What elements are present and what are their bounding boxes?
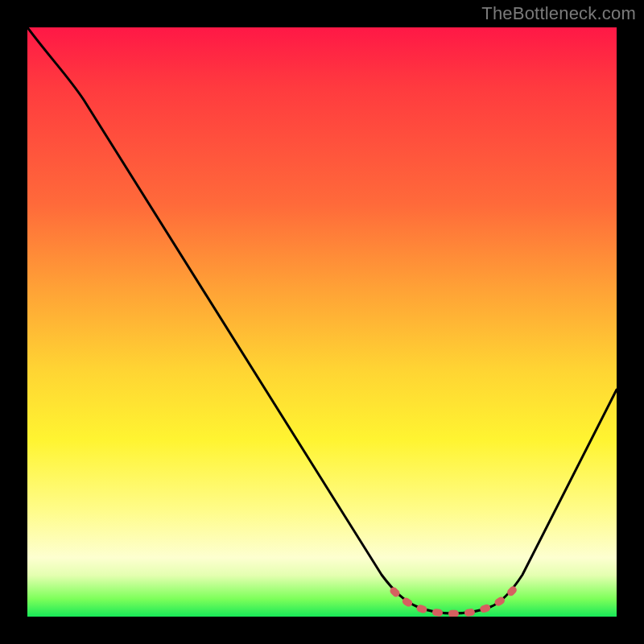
watermark-text: TheBottleneck.com bbox=[481, 3, 636, 24]
bottleneck-curve bbox=[27, 27, 617, 617]
curve-path bbox=[27, 27, 617, 613]
chart-frame: TheBottleneck.com bbox=[0, 0, 644, 644]
highlight-segment bbox=[394, 588, 514, 613]
plot-area bbox=[27, 27, 617, 617]
